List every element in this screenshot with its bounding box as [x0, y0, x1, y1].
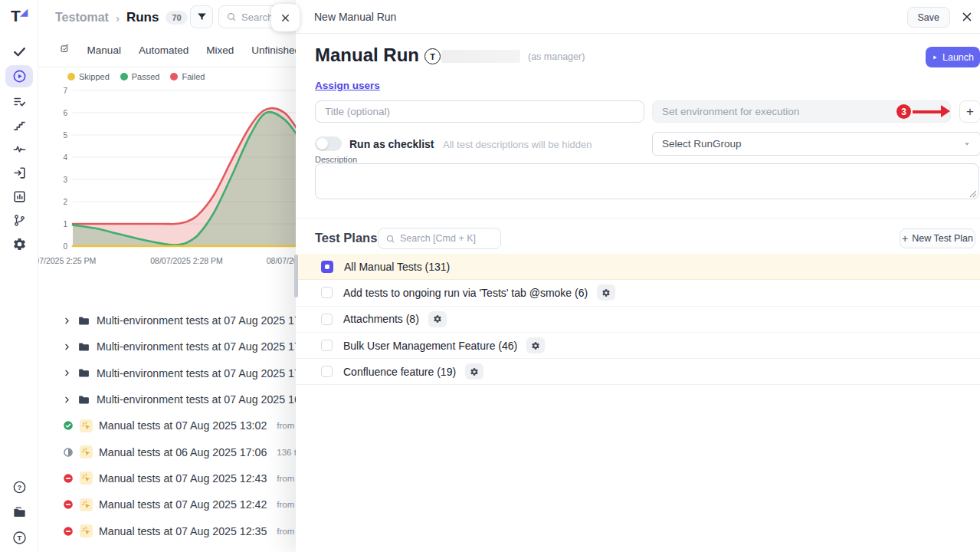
runs-count-badge: 70	[166, 11, 187, 25]
legend-item-passed[interactable]: Passed	[120, 72, 160, 81]
run-row[interactable]: Manual tests at 07 Aug 2025 12:43from Cu…	[38, 465, 300, 491]
sidebar-item-gear-icon[interactable]	[7, 234, 31, 254]
run-label[interactable]: Multi-environment tests at 07 Aug 2025 1…	[97, 367, 300, 380]
checkbox[interactable]	[321, 287, 333, 298]
test-plan-label[interactable]: All Manual Tests (131)	[344, 261, 450, 273]
filter-button[interactable]	[190, 5, 213, 28]
chevron-down-icon	[963, 140, 971, 148]
title-input[interactable]	[315, 100, 644, 123]
tab-unfinished[interactable]: Unfinished	[251, 44, 300, 56]
run-row[interactable]: Multi-environment tests at 07 Aug 2025 1…	[38, 386, 300, 412]
folder-icon	[77, 314, 90, 327]
plan-settings-button[interactable]	[597, 284, 615, 301]
checkbox[interactable]	[321, 340, 333, 351]
description-textarea[interactable]	[315, 163, 979, 199]
sidebar-item-list-check-icon[interactable]	[7, 91, 31, 111]
test-plan-row[interactable]: Attachments (8)	[296, 307, 980, 333]
search-clear-button[interactable]	[271, 4, 300, 31]
save-button[interactable]: Save	[907, 7, 951, 28]
sidebar-item-report-icon[interactable]	[7, 186, 31, 206]
run-row[interactable]: Manual tests at 07 Aug 2025 12:35from Cu…	[38, 518, 300, 544]
svg-text:T: T	[17, 534, 21, 542]
chevron-right-icon[interactable]	[63, 369, 71, 377]
svg-text:?: ?	[17, 483, 21, 491]
run-label[interactable]: Manual tests at 06 Aug 2025 17:06	[99, 446, 267, 458]
sidebar-item-play-circle-icon[interactable]	[5, 65, 33, 87]
sidebar-item-import-icon[interactable]	[7, 163, 31, 182]
gear-icon	[470, 367, 479, 376]
svg-text:6: 6	[63, 109, 67, 117]
checkbox[interactable]	[321, 314, 333, 325]
plan-settings-button[interactable]	[465, 363, 483, 380]
new-test-plan-button[interactable]: + New Test Plan	[900, 228, 975, 248]
runs-tabbar: Manual Automated Mixed Unfinished	[38, 34, 300, 67]
sidebar-item-projects-folder-icon[interactable]	[7, 502, 31, 522]
rungroup-select[interactable]: Select RunGroup	[652, 132, 980, 156]
tab-mixed[interactable]: Mixed	[206, 44, 234, 56]
svg-text:08/07/2025 2:25 PM: 08/07/2025 2:25 PM	[38, 256, 96, 265]
run-label[interactable]: Multi-environment tests at 07 Aug 2025 1…	[97, 393, 300, 406]
breadcrumb-page[interactable]: Runs	[126, 10, 159, 25]
run-label[interactable]: Manual tests at 07 Aug 2025 12:35	[99, 525, 267, 537]
tab-automated[interactable]: Automated	[139, 44, 188, 56]
test-plans-search[interactable]	[378, 228, 501, 249]
run-row[interactable]: Multi-environment tests at 07 Aug 2025 1…	[38, 307, 300, 334]
legend-item-failed[interactable]: Failed	[170, 72, 205, 81]
sidebar-item-help-icon[interactable]: ?	[7, 477, 31, 497]
svg-text:7: 7	[63, 87, 67, 95]
chevron-right-icon[interactable]	[63, 317, 71, 325]
folder-icon	[77, 393, 90, 406]
add-environment-button[interactable]: +	[959, 100, 980, 123]
panel-scrollbar[interactable]	[294, 255, 298, 297]
run-row[interactable]: Multi-environment tests at 07 Aug 2025 1…	[38, 334, 300, 360]
sidebar-item-logo-circle-icon[interactable]: T	[7, 527, 31, 547]
test-plan-label[interactable]: Attachments (8)	[343, 313, 419, 325]
funnel-icon	[196, 12, 208, 23]
run-row[interactable]: Manual tests at 06 Aug 2025 17:06136 tes…	[38, 439, 300, 465]
svg-text:1: 1	[63, 220, 67, 228]
test-plan-row[interactable]: All Manual Tests (131)	[296, 254, 980, 280]
rungroup-value: Select RunGroup	[662, 138, 742, 150]
sidebar-item-stairs-icon[interactable]	[7, 115, 31, 135]
test-plan-row[interactable]: Bulk User Management Feature (46)	[296, 333, 980, 359]
checkbox-checked[interactable]	[321, 261, 333, 273]
launch-button[interactable]: Launch	[926, 47, 980, 67]
run-row[interactable]: Manual tests at 07 Aug 2025 12:42from Cu…	[38, 491, 300, 518]
test-plans-search-input[interactable]	[400, 233, 490, 244]
run-label[interactable]: Multi-environment tests at 07 Aug 2025 1…	[97, 340, 300, 353]
run-label[interactable]: Multi-environment tests at 07 Aug 2025 1…	[97, 314, 300, 327]
legend-item-skipped[interactable]: Skipped	[67, 72, 110, 81]
app-logo[interactable]: T◢	[0, 7, 38, 25]
run-label[interactable]: Manual tests at 07 Aug 2025 12:43	[99, 472, 267, 485]
new-manual-run-drawer: New Manual Run Save Manual Run T (as man…	[296, 0, 980, 552]
resize-grip-icon[interactable]	[969, 190, 977, 198]
run-as-checklist-toggle[interactable]	[315, 136, 342, 151]
sidebar-item-check-icon[interactable]	[7, 41, 31, 61]
test-plan-row[interactable]: Confluence feature (19)	[296, 359, 980, 385]
test-plan-label[interactable]: Add tests to ongoing run via 'Tests' tab…	[343, 287, 588, 299]
status-failed-icon	[63, 526, 74, 537]
drawer-close-icon[interactable]	[960, 10, 974, 24]
plan-settings-button[interactable]	[428, 311, 447, 327]
checkbox[interactable]	[321, 366, 333, 377]
run-row[interactable]: Multi-environment tests at 07 Aug 2025 1…	[38, 360, 300, 386]
test-plan-label[interactable]: Bulk User Management Feature (46)	[343, 340, 517, 352]
run-row[interactable]: Manual tests at 07 Aug 2025 13:02from Cu…	[38, 412, 300, 439]
tab-manual[interactable]: Manual	[87, 44, 121, 56]
run-label[interactable]: Manual tests at 07 Aug 2025 12:42	[99, 498, 267, 511]
test-plan-label[interactable]: Confluence feature (19)	[343, 366, 456, 378]
breadcrumb-project[interactable]: Testomat	[55, 11, 109, 25]
chevron-right-icon[interactable]	[63, 396, 71, 404]
plan-settings-button[interactable]	[526, 337, 545, 353]
test-plan-row[interactable]: Add tests to ongoing run via 'Tests' tab…	[296, 280, 980, 306]
manual-run-icon	[80, 524, 93, 537]
status-failed-icon	[63, 499, 74, 510]
annotation-arrow	[913, 110, 942, 113]
sidebar-item-branch-icon[interactable]	[7, 210, 31, 230]
chevron-right-icon[interactable]	[63, 343, 71, 351]
run-label[interactable]: Manual tests at 07 Aug 2025 13:02	[99, 419, 267, 432]
left-rail: T◢ ?T	[0, 0, 38, 552]
assign-users-link[interactable]: Assign users	[315, 80, 380, 91]
select-all-icon[interactable]	[60, 44, 70, 57]
sidebar-item-pulse-icon[interactable]	[7, 139, 31, 159]
